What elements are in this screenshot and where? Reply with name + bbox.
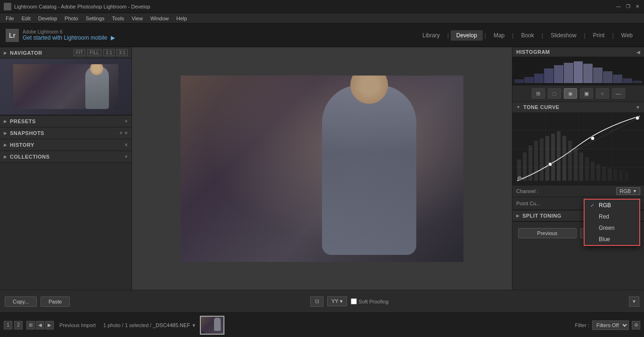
- nav-3to1-btn[interactable]: 3:1: [116, 49, 128, 56]
- tone-curve-svg: [512, 112, 644, 185]
- toolbar-expand-button[interactable]: ▼: [629, 296, 639, 307]
- navigator-header[interactable]: ▶ Navigator FIT FILL 1:1 3:1: [0, 47, 132, 59]
- title-bar: Lightroom Catalog - Adobe Photoshop Ligh…: [0, 0, 644, 13]
- menu-window[interactable]: Window: [147, 16, 173, 21]
- navigator-label: Navigator: [10, 50, 74, 56]
- channel-option-rgb[interactable]: ✓ RGB: [585, 200, 639, 211]
- module-map[interactable]: Map: [488, 30, 510, 41]
- snapshots-section: ▶ Snapshots + ×: [0, 127, 132, 139]
- copy-button[interactable]: Copy...: [5, 296, 37, 307]
- navigator-preview: [0, 59, 132, 115]
- lr-mobile-text[interactable]: Get started with Lightroom mobile ▶: [23, 34, 115, 41]
- crop-tool[interactable]: ⊞: [532, 88, 545, 99]
- filmstrip-prev-arrow[interactable]: ◀: [36, 321, 44, 329]
- collections-add-icon[interactable]: +: [124, 153, 128, 160]
- nav-1to1-btn[interactable]: 1:1: [103, 49, 115, 56]
- svg-rect-8: [523, 152, 527, 181]
- adjustment-brush-tool[interactable]: —: [612, 88, 625, 99]
- maximize-button[interactable]: ❐: [625, 4, 631, 9]
- history-header[interactable]: ▶ History ×: [0, 139, 132, 151]
- menu-file[interactable]: File: [2, 16, 18, 21]
- menu-photo[interactable]: Photo: [61, 16, 82, 21]
- radial-filter-tool[interactable]: ○: [596, 88, 609, 99]
- snapshots-header[interactable]: ▶ Snapshots + ×: [0, 127, 132, 139]
- minimize-button[interactable]: —: [616, 4, 621, 9]
- nav-modules: Library | Develop | Map | Book | Slidesh…: [417, 30, 638, 41]
- svg-rect-16: [568, 141, 572, 181]
- previous-button[interactable]: Previous: [518, 228, 577, 238]
- view-mode-dropdown[interactable]: YY ▾: [327, 296, 347, 306]
- paste-button[interactable]: Paste: [41, 296, 70, 307]
- module-develop[interactable]: Develop: [451, 30, 483, 41]
- presets-section: ▶ Presets +: [0, 116, 132, 127]
- snapshots-close-icon[interactable]: ×: [124, 130, 128, 136]
- lr-version: Adobe Lightroom 6: [23, 29, 115, 34]
- tone-curve-arrow[interactable]: ▼: [636, 105, 640, 110]
- filter-settings-btn[interactable]: ⚙: [632, 321, 640, 329]
- history-close-icon[interactable]: ×: [124, 142, 128, 148]
- filter-dropdown[interactable]: Filters Off: [592, 320, 629, 330]
- tone-curve-header[interactable]: ▼ Tone Curve ▼: [512, 102, 644, 112]
- channel-green-label: Green: [599, 225, 614, 231]
- svg-rect-11: [540, 138, 544, 181]
- presets-header[interactable]: ▶ Presets +: [0, 116, 132, 127]
- presets-add-icon[interactable]: +: [124, 118, 128, 125]
- channel-rgb-label: RGB: [599, 202, 611, 209]
- nav-fill-btn[interactable]: FILL: [87, 49, 101, 56]
- snapshots-add-icon[interactable]: +: [119, 130, 123, 136]
- svg-rect-18: [579, 152, 583, 181]
- hist-bar: [603, 71, 612, 84]
- menu-help[interactable]: Help: [173, 16, 191, 21]
- module-book[interactable]: Book: [515, 30, 539, 41]
- menu-settings[interactable]: Settings: [82, 16, 108, 21]
- menu-view[interactable]: View: [128, 16, 147, 21]
- lr-logo: Lr Adobe Lightroom 6 Get started with Li…: [6, 29, 115, 42]
- histogram-display: [512, 57, 644, 85]
- svg-point-29: [636, 116, 639, 120]
- tone-curve-graph[interactable]: [512, 112, 644, 185]
- module-web[interactable]: Web: [616, 30, 638, 41]
- photo-area: [132, 47, 512, 290]
- histogram-collapse[interactable]: ◀: [636, 50, 640, 55]
- channel-option-green[interactable]: Green: [585, 222, 639, 234]
- red-eye-tool[interactable]: ◉: [564, 88, 577, 99]
- right-panel: Histogram ◀ ⊞ ◌ ◉ ▣ ○ —: [512, 47, 644, 290]
- graduated-filter-tool[interactable]: ▣: [580, 88, 593, 99]
- spot-removal-tool[interactable]: ◌: [548, 88, 561, 99]
- channel-dropdown[interactable]: RGB ▼: [616, 187, 640, 195]
- menu-edit[interactable]: Edit: [18, 16, 34, 21]
- collections-header[interactable]: ▶ Collections +: [0, 151, 132, 162]
- filmstrip-grid-view[interactable]: ⊞: [26, 321, 35, 329]
- module-print[interactable]: Print: [587, 30, 611, 41]
- close-button[interactable]: ✕: [635, 4, 640, 9]
- nav-fit-btn[interactable]: FIT: [74, 49, 85, 56]
- main-photo[interactable]: [181, 76, 463, 262]
- soft-proofing-checkbox[interactable]: [351, 298, 357, 304]
- hist-bar: [554, 65, 563, 83]
- menu-develop[interactable]: Develop: [34, 16, 61, 21]
- navigator-triangle: ▶: [4, 51, 7, 55]
- menu-tools[interactable]: Tools: [108, 16, 128, 21]
- hist-bar: [583, 64, 593, 83]
- presets-triangle: ▶: [4, 119, 7, 124]
- channel-option-red[interactable]: Red: [585, 211, 639, 222]
- hist-bar: [623, 78, 632, 83]
- filmstrip-page-2[interactable]: 2: [14, 321, 23, 329]
- hist-bar: [593, 67, 603, 83]
- channel-red-label: Red: [599, 213, 609, 220]
- module-slideshow[interactable]: Slideshow: [545, 30, 582, 41]
- single-view-button[interactable]: ⊡: [310, 296, 323, 307]
- svg-rect-15: [562, 136, 566, 181]
- window-controls[interactable]: — ❐ ✕: [616, 4, 640, 9]
- point-curve-label: Point Cu...: [516, 201, 540, 206]
- channel-option-blue[interactable]: Blue: [585, 234, 639, 245]
- channel-blue-label: Blue: [599, 236, 610, 243]
- module-library[interactable]: Library: [417, 30, 446, 41]
- filmstrip-page-1[interactable]: 1: [4, 321, 12, 329]
- soft-proofing-label[interactable]: Soft Proofing: [351, 298, 389, 304]
- filmstrip-photos: [200, 316, 571, 335]
- filmstrip-next-arrow[interactable]: ▶: [45, 321, 54, 329]
- histogram-header[interactable]: Histogram ◀: [512, 47, 644, 57]
- histogram-label: Histogram: [516, 49, 636, 55]
- filmstrip-thumb-1[interactable]: [200, 316, 224, 335]
